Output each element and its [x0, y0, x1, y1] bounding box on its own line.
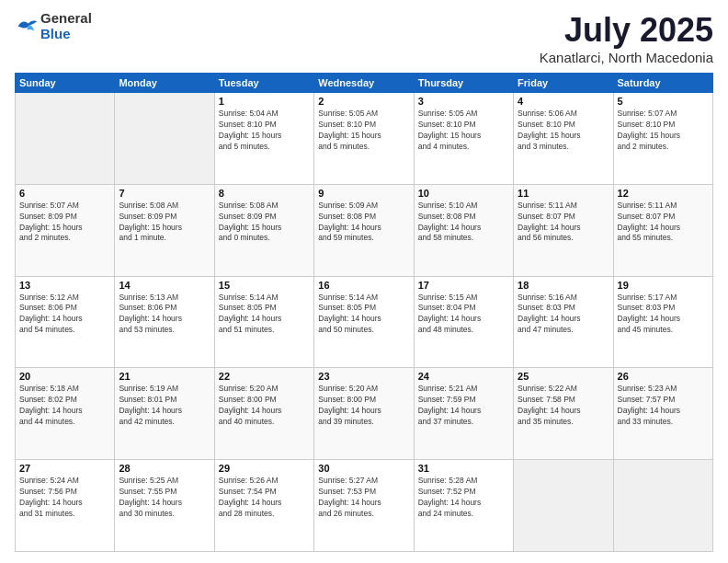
day-number: 24 — [418, 371, 509, 382]
day-info: Sunrise: 5:11 AM Sunset: 8:07 PM Dayligh… — [518, 201, 609, 245]
title-block: July 2025 Kanatlarci, North Macedonia — [540, 11, 713, 65]
day-info: Sunrise: 5:16 AM Sunset: 8:03 PM Dayligh… — [518, 293, 609, 337]
weekday-header-friday: Friday — [514, 74, 613, 93]
weekday-header-sunday: Sunday — [16, 74, 115, 93]
calendar-week-row: 27Sunrise: 5:24 AM Sunset: 7:56 PM Dayli… — [16, 460, 713, 552]
calendar-cell: 1Sunrise: 5:04 AM Sunset: 8:10 PM Daylig… — [214, 93, 313, 185]
day-info: Sunrise: 5:05 AM Sunset: 8:10 PM Dayligh… — [318, 109, 409, 153]
day-number: 1 — [219, 96, 310, 107]
day-number: 29 — [219, 463, 310, 474]
calendar-cell: 31Sunrise: 5:28 AM Sunset: 7:52 PM Dayli… — [414, 460, 513, 552]
calendar-cell: 2Sunrise: 5:05 AM Sunset: 8:10 PM Daylig… — [314, 93, 414, 185]
calendar-cell: 16Sunrise: 5:14 AM Sunset: 8:05 PM Dayli… — [314, 276, 414, 368]
calendar-cell: 20Sunrise: 5:18 AM Sunset: 8:02 PM Dayli… — [16, 368, 115, 460]
day-info: Sunrise: 5:14 AM Sunset: 8:05 PM Dayligh… — [219, 293, 310, 337]
day-number: 31 — [418, 463, 509, 474]
day-info: Sunrise: 5:13 AM Sunset: 8:06 PM Dayligh… — [119, 293, 210, 337]
day-info: Sunrise: 5:15 AM Sunset: 8:04 PM Dayligh… — [418, 293, 509, 337]
day-info: Sunrise: 5:25 AM Sunset: 7:55 PM Dayligh… — [119, 476, 210, 520]
calendar-cell: 3Sunrise: 5:05 AM Sunset: 8:10 PM Daylig… — [414, 93, 513, 185]
day-info: Sunrise: 5:04 AM Sunset: 8:10 PM Dayligh… — [219, 109, 310, 153]
calendar-cell: 4Sunrise: 5:06 AM Sunset: 8:10 PM Daylig… — [514, 93, 613, 185]
header: General Blue July 2025 Kanatlarci, North… — [15, 11, 713, 65]
calendar-cell — [514, 460, 613, 552]
day-number: 27 — [19, 463, 110, 474]
day-number: 21 — [119, 371, 210, 382]
day-number: 23 — [318, 371, 409, 382]
calendar-week-row: 1Sunrise: 5:04 AM Sunset: 8:10 PM Daylig… — [16, 93, 713, 185]
calendar-cell: 7Sunrise: 5:08 AM Sunset: 8:09 PM Daylig… — [115, 184, 214, 276]
calendar-cell: 23Sunrise: 5:20 AM Sunset: 8:00 PM Dayli… — [314, 368, 414, 460]
day-info: Sunrise: 5:12 AM Sunset: 8:06 PM Dayligh… — [19, 293, 110, 337]
day-info: Sunrise: 5:10 AM Sunset: 8:08 PM Dayligh… — [418, 201, 509, 245]
day-number: 26 — [618, 371, 709, 382]
day-info: Sunrise: 5:27 AM Sunset: 7:53 PM Dayligh… — [318, 476, 409, 520]
day-number: 16 — [318, 280, 409, 291]
calendar-cell: 19Sunrise: 5:17 AM Sunset: 8:03 PM Dayli… — [613, 276, 712, 368]
calendar-cell: 14Sunrise: 5:13 AM Sunset: 8:06 PM Dayli… — [115, 276, 214, 368]
day-info: Sunrise: 5:11 AM Sunset: 8:07 PM Dayligh… — [618, 201, 709, 245]
day-number: 15 — [219, 280, 310, 291]
weekday-header-wednesday: Wednesday — [314, 74, 414, 93]
calendar-cell — [16, 93, 115, 185]
day-info: Sunrise: 5:08 AM Sunset: 8:09 PM Dayligh… — [219, 201, 310, 245]
day-number: 17 — [418, 280, 509, 291]
calendar-cell: 21Sunrise: 5:19 AM Sunset: 8:01 PM Dayli… — [115, 368, 214, 460]
logo-blue-text: Blue — [40, 27, 92, 42]
day-number: 28 — [119, 463, 210, 474]
logo-general-text: General — [40, 11, 92, 27]
day-info: Sunrise: 5:24 AM Sunset: 7:56 PM Dayligh… — [19, 476, 110, 520]
calendar-cell: 25Sunrise: 5:22 AM Sunset: 7:58 PM Dayli… — [514, 368, 613, 460]
calendar-cell: 18Sunrise: 5:16 AM Sunset: 8:03 PM Dayli… — [514, 276, 613, 368]
day-info: Sunrise: 5:28 AM Sunset: 7:52 PM Dayligh… — [418, 476, 509, 520]
calendar-cell: 5Sunrise: 5:07 AM Sunset: 8:10 PM Daylig… — [613, 93, 712, 185]
day-number: 6 — [19, 188, 110, 199]
calendar-table: SundayMondayTuesdayWednesdayThursdayFrid… — [15, 73, 713, 552]
day-info: Sunrise: 5:18 AM Sunset: 8:02 PM Dayligh… — [19, 384, 110, 428]
day-number: 12 — [618, 188, 709, 199]
calendar-cell: 11Sunrise: 5:11 AM Sunset: 8:07 PM Dayli… — [514, 184, 613, 276]
day-number: 10 — [418, 188, 509, 199]
day-info: Sunrise: 5:22 AM Sunset: 7:58 PM Dayligh… — [518, 384, 609, 428]
page: General Blue July 2025 Kanatlarci, North… — [0, 0, 728, 563]
calendar-cell: 9Sunrise: 5:09 AM Sunset: 8:08 PM Daylig… — [314, 184, 414, 276]
day-info: Sunrise: 5:05 AM Sunset: 8:10 PM Dayligh… — [418, 109, 509, 153]
calendar-week-row: 13Sunrise: 5:12 AM Sunset: 8:06 PM Dayli… — [16, 276, 713, 368]
day-number: 25 — [518, 371, 609, 382]
calendar-cell: 10Sunrise: 5:10 AM Sunset: 8:08 PM Dayli… — [414, 184, 513, 276]
day-info: Sunrise: 5:06 AM Sunset: 8:10 PM Dayligh… — [518, 109, 609, 153]
logo-bird-icon — [17, 17, 39, 36]
day-info: Sunrise: 5:17 AM Sunset: 8:03 PM Dayligh… — [618, 293, 709, 337]
weekday-header-monday: Monday — [115, 74, 214, 93]
day-number: 22 — [219, 371, 310, 382]
day-number: 19 — [618, 280, 709, 291]
calendar-cell — [115, 93, 214, 185]
day-info: Sunrise: 5:20 AM Sunset: 8:00 PM Dayligh… — [318, 384, 409, 428]
day-info: Sunrise: 5:19 AM Sunset: 8:01 PM Dayligh… — [119, 384, 210, 428]
weekday-header-saturday: Saturday — [613, 74, 712, 93]
day-info: Sunrise: 5:26 AM Sunset: 7:54 PM Dayligh… — [219, 476, 310, 520]
calendar-cell: 22Sunrise: 5:20 AM Sunset: 8:00 PM Dayli… — [214, 368, 313, 460]
calendar-week-row: 20Sunrise: 5:18 AM Sunset: 8:02 PM Dayli… — [16, 368, 713, 460]
day-info: Sunrise: 5:09 AM Sunset: 8:08 PM Dayligh… — [318, 201, 409, 245]
calendar-title: July 2025 — [540, 11, 713, 50]
day-number: 2 — [318, 96, 409, 107]
day-info: Sunrise: 5:21 AM Sunset: 7:59 PM Dayligh… — [418, 384, 509, 428]
calendar-cell: 13Sunrise: 5:12 AM Sunset: 8:06 PM Dayli… — [16, 276, 115, 368]
calendar-cell: 12Sunrise: 5:11 AM Sunset: 8:07 PM Dayli… — [613, 184, 712, 276]
day-number: 9 — [318, 188, 409, 199]
calendar-cell: 8Sunrise: 5:08 AM Sunset: 8:09 PM Daylig… — [214, 184, 313, 276]
day-number: 14 — [119, 280, 210, 291]
day-number: 13 — [19, 280, 110, 291]
calendar-location: Kanatlarci, North Macedonia — [540, 50, 713, 65]
day-info: Sunrise: 5:07 AM Sunset: 8:09 PM Dayligh… — [19, 201, 110, 245]
day-number: 7 — [119, 188, 210, 199]
calendar-week-row: 6Sunrise: 5:07 AM Sunset: 8:09 PM Daylig… — [16, 184, 713, 276]
day-number: 5 — [618, 96, 709, 107]
calendar-cell: 15Sunrise: 5:14 AM Sunset: 8:05 PM Dayli… — [214, 276, 313, 368]
day-number: 18 — [518, 280, 609, 291]
day-number: 11 — [518, 188, 609, 199]
calendar-cell: 6Sunrise: 5:07 AM Sunset: 8:09 PM Daylig… — [16, 184, 115, 276]
day-number: 20 — [19, 371, 110, 382]
day-info: Sunrise: 5:14 AM Sunset: 8:05 PM Dayligh… — [318, 293, 409, 337]
